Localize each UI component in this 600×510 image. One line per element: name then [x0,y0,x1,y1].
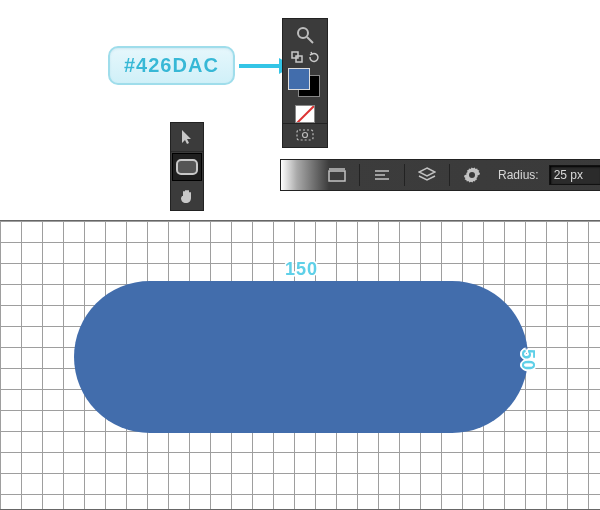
separator-icon [359,164,360,186]
separator-icon [449,164,450,186]
svg-point-5 [303,132,308,137]
svg-rect-3 [296,56,302,62]
magnifier-icon[interactable] [291,22,319,47]
svg-marker-11 [419,168,435,176]
none-color-swatch[interactable] [295,105,315,123]
separator-icon [404,164,405,186]
gear-icon[interactable] [460,164,484,186]
svg-point-0 [298,28,308,38]
rounded-rectangle-icon [176,159,198,175]
hex-value-badge: #426DAC [108,46,235,85]
canvas-area[interactable]: 150 50 [0,220,600,510]
hex-callout: #426DAC [108,46,291,85]
path-mode-icon[interactable] [325,164,349,186]
fg-bg-swatches[interactable] [290,70,320,97]
move-tool-button[interactable] [171,123,203,152]
rounded-rectangle-tool-button[interactable] [172,153,202,181]
foreground-color-swatch[interactable] [288,68,310,90]
radius-label: Radius: [498,168,539,182]
align-icon[interactable] [370,164,394,186]
color-swatch-panel [282,18,328,148]
svg-rect-6 [329,171,345,181]
rounded-rectangle-shape[interactable] [74,281,528,433]
quickmask-icon[interactable] [283,123,327,143]
radius-input[interactable] [549,165,600,185]
height-dimension-label: 50 [517,349,538,371]
mini-toolbox [170,122,204,211]
hand-tool-button[interactable] [171,182,203,210]
swap-colors-icon[interactable] [290,50,304,64]
svg-rect-4 [297,130,313,140]
layers-icon[interactable] [415,164,439,186]
shape-options-bar: Radius: [280,159,600,191]
svg-rect-2 [292,52,298,58]
cycle-icon[interactable] [307,50,321,64]
width-dimension-label: 150 [285,259,318,280]
svg-line-1 [307,37,313,43]
